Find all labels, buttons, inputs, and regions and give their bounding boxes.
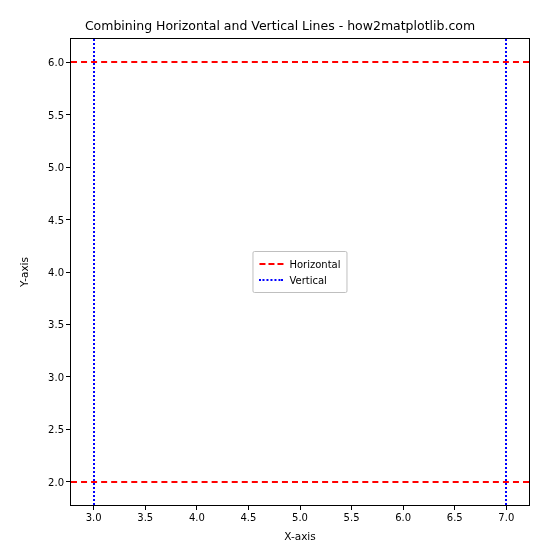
- legend-swatch-vertical: [259, 279, 283, 281]
- y-tick-label: 3.5: [40, 319, 64, 330]
- y-tick-label: 5.0: [40, 162, 64, 173]
- x-tick-label: 3.0: [86, 512, 102, 523]
- legend-entry-vertical: Vertical: [259, 272, 340, 288]
- y-tick-mark: [66, 376, 70, 377]
- x-tick-mark: [300, 506, 301, 510]
- x-tick-mark: [403, 506, 404, 510]
- y-tick-mark: [66, 219, 70, 220]
- chart-title: Combining Horizontal and Vertical Lines …: [0, 18, 560, 33]
- legend-label-horizontal: Horizontal: [289, 259, 340, 270]
- legend-swatch-horizontal: [259, 263, 283, 265]
- y-tick-mark: [66, 429, 70, 430]
- legend-label-vertical: Vertical: [289, 275, 326, 286]
- y-tick-label: 3.0: [40, 371, 64, 382]
- chart-axes: Horizontal Vertical: [70, 38, 530, 506]
- x-tick-label: 6.0: [395, 512, 411, 523]
- y-tick-label: 2.0: [40, 476, 64, 487]
- horizontal-line: [71, 481, 529, 483]
- x-tick-label: 7.0: [498, 512, 514, 523]
- x-tick-label: 5.5: [344, 512, 360, 523]
- x-tick-label: 3.5: [137, 512, 153, 523]
- y-tick-mark: [66, 62, 70, 63]
- x-tick-mark: [248, 506, 249, 510]
- y-tick-mark: [66, 272, 70, 273]
- y-tick-label: 4.5: [40, 214, 64, 225]
- vertical-line: [505, 39, 507, 505]
- x-axis-label: X-axis: [284, 530, 316, 542]
- legend-entry-horizontal: Horizontal: [259, 256, 340, 272]
- x-tick-mark: [145, 506, 146, 510]
- x-tick-label: 6.5: [447, 512, 463, 523]
- x-tick-mark: [454, 506, 455, 510]
- horizontal-line: [71, 61, 529, 63]
- y-tick-mark: [66, 324, 70, 325]
- y-tick-label: 6.0: [40, 57, 64, 68]
- x-tick-label: 4.0: [189, 512, 205, 523]
- x-tick-mark: [196, 506, 197, 510]
- y-tick-mark: [66, 167, 70, 168]
- y-tick-label: 4.0: [40, 267, 64, 278]
- chart-figure: Combining Horizontal and Vertical Lines …: [0, 0, 560, 560]
- x-tick-mark: [93, 506, 94, 510]
- x-tick-label: 4.5: [240, 512, 256, 523]
- y-tick-mark: [66, 481, 70, 482]
- vertical-line: [93, 39, 95, 505]
- y-tick-label: 2.5: [40, 424, 64, 435]
- x-tick-label: 5.0: [292, 512, 308, 523]
- chart-legend: Horizontal Vertical: [252, 251, 347, 293]
- y-tick-mark: [66, 114, 70, 115]
- x-tick-mark: [506, 506, 507, 510]
- y-axis-label: Y-axis: [18, 257, 30, 287]
- y-tick-label: 5.5: [40, 109, 64, 120]
- x-tick-mark: [351, 506, 352, 510]
